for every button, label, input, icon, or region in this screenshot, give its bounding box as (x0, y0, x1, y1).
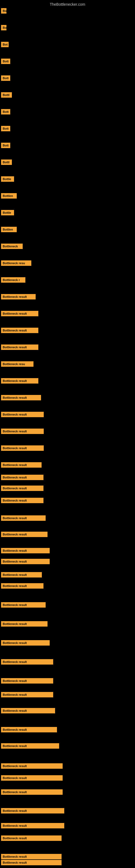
list-item: Bottleneck (1, 244, 23, 250)
label-box: Bott (1, 143, 10, 148)
list-item: Bottleneck result (1, 659, 53, 665)
list-item: Bottleneck result (1, 621, 48, 628)
label-box: Bottleneck result (1, 602, 46, 608)
label-box: Bottleneck resu (1, 260, 31, 266)
label-box: Bottleneck result (1, 548, 50, 553)
list-item: Bottl (1, 159, 12, 166)
label-box: Bottleneck result (1, 378, 38, 383)
list-item: Bottleneck result (1, 789, 63, 796)
list-item: Bottleneck result (1, 727, 57, 734)
list-item: Bottleneck result (1, 328, 38, 334)
list-item: Bottl (1, 92, 12, 99)
label-box: Bo (1, 8, 6, 13)
list-item: Bott (1, 109, 10, 116)
label-box: Bottleneck result (1, 860, 61, 865)
label-box: Bottleneck result (1, 808, 64, 813)
label-box: Bottleneck result (1, 708, 55, 713)
label-box: Bottleneck result (1, 789, 63, 795)
list-item: Bottleneck result (1, 344, 38, 351)
label-box: Bot (1, 42, 9, 47)
label-box: Bottl (1, 159, 12, 165)
label-box: Bottleneck result (1, 823, 64, 828)
list-item: Bottleneck result (1, 640, 50, 647)
label-box: Bottleneck result (1, 445, 44, 451)
list-item: Bo (1, 8, 6, 14)
label-box: Bottleneck result (1, 743, 59, 749)
list-item: Bottleneck resu (1, 361, 34, 368)
list-item: Bottleneck result (1, 559, 50, 565)
label-box: Bottleneck result (1, 498, 43, 503)
label-box: Bott (1, 59, 10, 64)
list-item: Bottleneck resu (1, 260, 31, 267)
label-box: Bottle (1, 176, 14, 182)
list-item: Bottleneck result (1, 763, 63, 770)
list-item: Bottlen (1, 227, 17, 233)
list-item: Bottleneck result (1, 294, 36, 301)
list-item: Bottleneck r (1, 277, 26, 284)
list-item: Bottleneck result (1, 378, 38, 384)
label-box: Bottleneck result (1, 475, 43, 480)
label-box: Bottle (1, 210, 14, 215)
list-item: Bottleneck result (1, 486, 43, 492)
list-item: Bottleneck result (1, 708, 55, 714)
list-item: Bottleneck result (1, 395, 41, 401)
label-box: Bottleneck result (1, 621, 48, 627)
label-box: Bottl (1, 92, 12, 98)
list-item: Bottleneck result (1, 311, 38, 317)
label-box: Bottleneck result (1, 692, 53, 698)
label-box: Bottleneck result (1, 583, 43, 589)
label-box: Bottleneck result (1, 395, 41, 400)
list-item: Bott (1, 126, 10, 132)
label-box: Bottleneck resu (1, 361, 34, 367)
list-item: Bottleneck result (1, 572, 42, 579)
list-item: Bottleneck result (1, 678, 53, 685)
label-box: Bo (1, 25, 6, 30)
list-item: Bottleneck result (1, 835, 61, 842)
label-box: Bottleneck result (1, 727, 57, 733)
label-box: Bott (1, 75, 10, 81)
label-box: Bottleneck result (1, 640, 50, 646)
label-box: Bottleneck result (1, 429, 44, 434)
label-box: Bottleneck r (1, 277, 26, 283)
label-box: Bottleneck (1, 244, 23, 249)
list-item: Bott (1, 59, 10, 65)
label-box: Bottleneck result (1, 294, 36, 300)
list-item: Bottleneck result (1, 808, 64, 814)
list-item: Bottleneck result (1, 602, 46, 609)
list-item: Bottleneck result (1, 475, 43, 481)
list-item: Bottleneck result (1, 548, 50, 554)
list-item: Bott (1, 75, 10, 82)
label-box: Bott (1, 126, 10, 131)
list-item: Bottleneck result (1, 823, 64, 830)
list-item: Bottlen (1, 193, 17, 199)
list-item: Bottleneck result (1, 860, 61, 866)
label-box: Bott (1, 109, 10, 115)
label-box: Bottleneck result (1, 412, 44, 417)
label-box: Bottleneck result (1, 532, 48, 537)
list-item: Bottleneck result (1, 743, 59, 750)
list-item: Bot (1, 42, 9, 48)
label-box: Bottleneck result (1, 659, 53, 664)
list-item: Bottleneck result (1, 462, 42, 469)
label-box: Bottleneck result (1, 775, 63, 781)
label-box: Bottleneck result (1, 572, 42, 578)
label-box: Bottleneck result (1, 344, 38, 350)
list-item: Bottleneck result (1, 692, 53, 699)
label-box: Bottleneck result (1, 328, 38, 333)
label-box: Bottleneck result (1, 835, 61, 841)
label-box: Bottlen (1, 193, 17, 198)
site-title: TheBottlenecker.com (0, 0, 135, 8)
list-item: Bottleneck result (1, 498, 43, 504)
list-item: Bo (1, 25, 6, 31)
list-item: Bottle (1, 210, 14, 216)
list-item: Bottleneck result (1, 532, 48, 538)
list-item: Bottleneck result (1, 775, 63, 782)
list-item: Bottleneck result (1, 516, 46, 522)
list-item: Bottleneck result (1, 412, 44, 418)
label-box: Bottleneck result (1, 311, 38, 316)
list-item: Bott (1, 143, 10, 149)
label-box: Bottleneck result (1, 462, 42, 468)
label-box: Bottleneck result (1, 559, 50, 564)
label-box: Bottleneck result (1, 854, 61, 859)
list-item: Bottleneck result (1, 583, 43, 590)
